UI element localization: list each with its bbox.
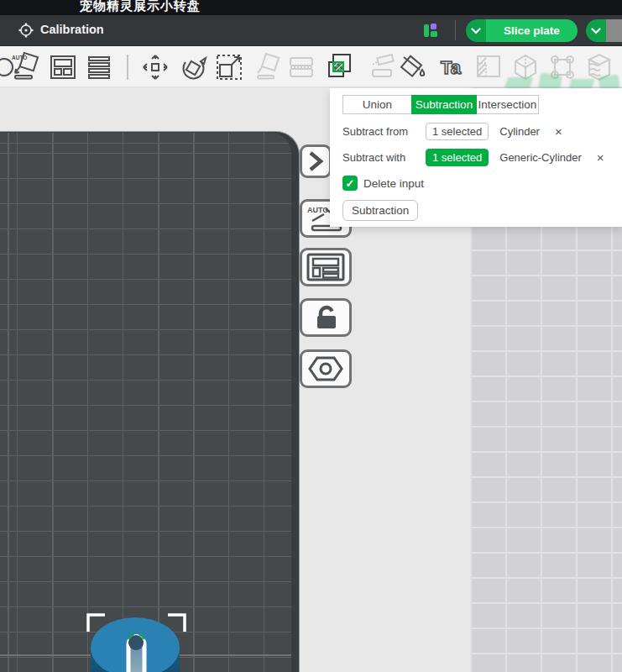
sort-objects-icon[interactable] [83,51,115,83]
arrange-icon [306,252,346,282]
subtract-from-chip[interactable]: 1 selected [426,123,489,140]
boolean-tabs: Union Subtraction Intersection [342,95,539,114]
auto-orient-icon[interactable]: AUTO [9,51,41,83]
subtract-with-chip[interactable]: 1 selected [426,149,489,166]
variable-layer-height-icon[interactable] [473,51,504,83]
remove-subtract-from-icon[interactable]: × [555,124,562,139]
boolean-icon[interactable] [325,51,357,83]
text-tool-icon[interactable]: Ta [436,51,468,83]
subtract-with-row: Subtract with 1 selected Generic-Cylinde… [342,149,604,166]
print-plate-button[interactable] [606,19,622,42]
apply-subtraction-button[interactable]: Subtraction [342,200,418,221]
slice-button-group: Slice plate [466,19,578,42]
print-dropdown-button[interactable] [586,19,606,42]
tab-union[interactable]: Union [342,95,411,114]
slice-plate-button[interactable]: Slice plate [486,19,578,42]
move-icon[interactable] [139,51,171,83]
svg-text:AUTO: AUTO [12,55,27,60]
unlock-icon [307,303,344,332]
slice-dropdown-button[interactable] [466,19,486,42]
delete-input-row: ✓ Delete input [342,176,424,191]
tab-subtraction[interactable]: Subtraction [411,95,477,114]
edit-toolbar: AUTO [0,46,622,87]
subtract-with-label: Subtract with [342,151,426,164]
assembly-view-button[interactable] [300,349,352,388]
tab-intersection[interactable]: Intersection [477,95,539,114]
subtract-from-row: Subtract from 1 selected Cylinder × [342,123,562,140]
delete-input-label: Delete input [363,177,424,190]
menubar: Calibration Slice plate [0,15,622,46]
fuzzy-skin-icon[interactable] [581,51,613,83]
arrange-objects-button[interactable] [300,248,352,286]
subtract-from-value: Cylinder [499,125,540,138]
chevron-down-icon [591,28,601,34]
selection-brackets [82,609,191,672]
plate-layout-icon[interactable] [424,24,438,38]
slicer-window: 宠物精灵展示小转盘 Calibration Slice plate [0,0,622,672]
delete-input-checkbox[interactable]: ✓ [342,176,358,191]
build-plate[interactable] [0,131,300,672]
rotate-icon[interactable] [177,51,209,83]
arrange-icon[interactable] [47,51,79,83]
tab-calibration[interactable]: Calibration [40,23,104,36]
chevron-down-icon [471,28,481,34]
remove-subtract-with-icon[interactable]: × [597,150,604,165]
orient-icon[interactable] [251,51,283,83]
calibration-icon [18,23,34,38]
subtract-from-label: Subtract from [342,125,426,138]
boolean-panel: Union Subtraction Intersection Subtract … [330,88,622,227]
chevron-right-icon [306,150,325,172]
cut-icon[interactable] [368,51,400,83]
titlebar: 宠物精灵展示小转盘 [0,0,622,15]
menubar-separator [455,20,456,40]
view-nut-icon [306,354,345,383]
subtract-with-value: Generic-Cylinder [499,151,582,164]
project-tab[interactable]: 宠物精灵展示小转盘 [80,0,201,14]
print-button-group [586,19,622,42]
split-to-parts-icon[interactable] [510,51,541,83]
color-paint-icon[interactable] [398,51,430,83]
support-paint-icon[interactable] [546,51,578,83]
toolbar-separator [127,55,128,80]
scale-icon[interactable] [213,51,245,83]
lock-button[interactable] [300,298,352,337]
collapse-panel-button[interactable] [300,144,332,178]
svg-text:Ta: Ta [441,57,462,78]
split-to-objects-icon[interactable] [285,51,317,83]
